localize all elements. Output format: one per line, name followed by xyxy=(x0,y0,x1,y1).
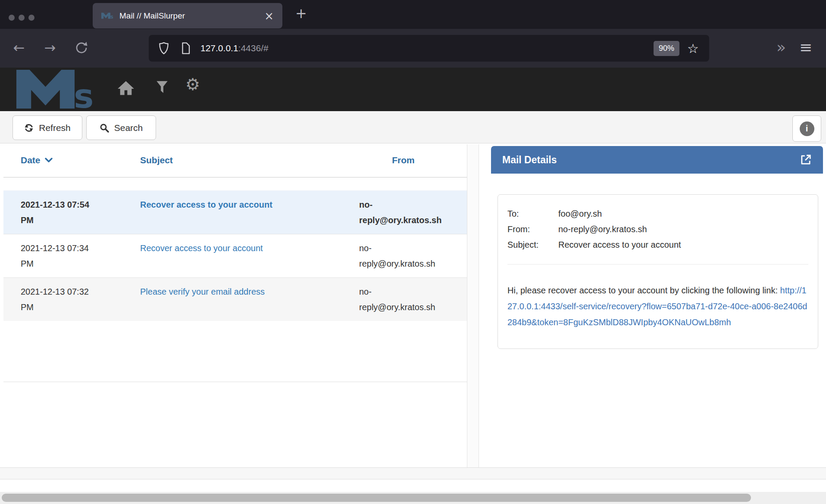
mail-subject-link[interactable]: Please verify your email address xyxy=(140,287,265,296)
page-info-icon[interactable] xyxy=(181,42,191,55)
mail-body-text: Hi, please recover access to your accoun… xyxy=(507,286,780,295)
from-value: no-reply@ory.kratos.sh xyxy=(558,221,808,237)
search-label: Search xyxy=(114,123,143,133)
url-host: 127.0.0.1 xyxy=(200,43,238,53)
site-header: s ⚙ xyxy=(0,68,826,111)
screen: s Mail // MailSlurper × + ← → 127.0.0.1:… xyxy=(0,0,826,504)
filter-icon[interactable] xyxy=(156,81,168,95)
url-path: :4436/# xyxy=(238,43,269,53)
tab-title: Mail // MailSlurper xyxy=(119,11,185,21)
svg-text:s: s xyxy=(110,14,113,19)
column-header-date[interactable]: Date xyxy=(3,155,107,165)
window-controls[interactable] xyxy=(9,15,34,21)
from-label: From: xyxy=(507,221,558,237)
back-button[interactable]: ← xyxy=(9,29,29,68)
mailslurper-favicon-icon: s xyxy=(101,12,113,19)
sort-chevron-down-icon xyxy=(45,158,53,163)
mail-date: 2021-12-13 07:32 PM xyxy=(3,278,107,321)
refresh-label: Refresh xyxy=(39,123,71,133)
tab-close-icon[interactable]: × xyxy=(264,10,274,22)
mail-subject-link[interactable]: Recover access to your account xyxy=(140,200,272,209)
horizontal-scrollbar[interactable] xyxy=(0,492,826,504)
mail-body: Hi, please recover access to your accoun… xyxy=(507,283,808,330)
panel-divider xyxy=(467,144,479,467)
settings-gear-icon[interactable]: ⚙ xyxy=(185,76,200,93)
url-bar[interactable]: 127.0.0.1:4436/# 90% ☆ xyxy=(149,35,709,62)
mail-row[interactable]: 2021-12-13 07:34 PM Recover access to yo… xyxy=(3,234,467,277)
mail-details-title: Mail Details xyxy=(502,154,557,166)
reload-button[interactable] xyxy=(71,29,92,68)
to-label: To: xyxy=(507,206,558,221)
refresh-button[interactable]: Refresh xyxy=(13,115,82,140)
home-icon[interactable] xyxy=(117,81,135,98)
mail-from: no- reply@ory.kratos.sh xyxy=(359,234,467,277)
action-bar: Refresh Search i xyxy=(0,111,826,143)
zoom-level-badge[interactable]: 90% xyxy=(654,41,679,56)
refresh-icon xyxy=(24,123,34,133)
subject-value: Recover access to your account xyxy=(558,237,808,252)
mail-details-header: Mail Details xyxy=(491,146,823,174)
window-dot-icon[interactable] xyxy=(28,15,34,21)
hamburger-menu-icon[interactable]: ≡ xyxy=(794,29,818,68)
mail-list-panel: Date Subject From 2021-12-13 07:54 PM Re… xyxy=(3,143,467,382)
new-tab-button[interactable]: + xyxy=(295,5,307,22)
mail-date: 2021-12-13 07:34 PM xyxy=(3,234,107,277)
mail-list-header: Date Subject From xyxy=(3,143,467,177)
main-content: Date Subject From 2021-12-13 07:54 PM Re… xyxy=(0,143,826,468)
subject-label: Subject: xyxy=(507,237,558,252)
search-icon xyxy=(100,123,109,133)
card-divider xyxy=(507,264,808,264)
shield-icon[interactable] xyxy=(158,42,169,55)
logo-letter-s: s xyxy=(74,77,94,109)
mail-row[interactable]: 2021-12-13 07:32 PM Please verify your e… xyxy=(3,277,467,321)
mail-list-body: 2021-12-13 07:54 PM Recover access to yo… xyxy=(3,190,467,321)
date-header-label: Date xyxy=(21,155,41,165)
mail-detail-card: To: foo@ory.sh From: no-reply@ory.kratos… xyxy=(497,194,818,349)
browser-navbar: ← → 127.0.0.1:4436/# 90% ☆ » ≡ xyxy=(0,29,826,68)
url-text: 127.0.0.1:4436/# xyxy=(200,43,269,53)
toolbar-overflow-icon[interactable]: » xyxy=(768,29,792,68)
column-header-from[interactable]: From xyxy=(359,155,467,165)
mail-row-selected[interactable]: 2021-12-13 07:54 PM Recover access to yo… xyxy=(3,190,467,234)
browser-tab[interactable]: s Mail // MailSlurper × xyxy=(93,3,282,28)
open-external-icon[interactable] xyxy=(800,154,812,166)
info-icon: i xyxy=(800,121,814,136)
mail-date: 2021-12-13 07:54 PM xyxy=(3,191,107,234)
window-dot-icon[interactable] xyxy=(19,15,25,21)
reload-icon xyxy=(74,40,89,56)
info-button[interactable]: i xyxy=(792,115,821,142)
mail-subject-link[interactable]: Recover access to your account xyxy=(140,243,263,253)
window-dot-icon[interactable] xyxy=(9,15,15,21)
mailslurper-logo: s xyxy=(13,70,97,109)
mail-from: no- reply@ory.kratos.sh xyxy=(359,191,467,234)
column-header-subject[interactable]: Subject xyxy=(107,155,359,165)
search-button[interactable]: Search xyxy=(86,115,156,140)
to-value: foo@ory.sh xyxy=(558,206,808,221)
footer-strip xyxy=(0,467,826,479)
scrollbar-thumb[interactable] xyxy=(2,494,751,502)
browser-tab-strip: s Mail // MailSlurper × + xyxy=(0,0,826,29)
forward-button[interactable]: → xyxy=(40,29,60,68)
bookmark-star-icon[interactable]: ☆ xyxy=(687,41,699,56)
mail-from: no- reply@ory.kratos.sh xyxy=(359,278,467,321)
